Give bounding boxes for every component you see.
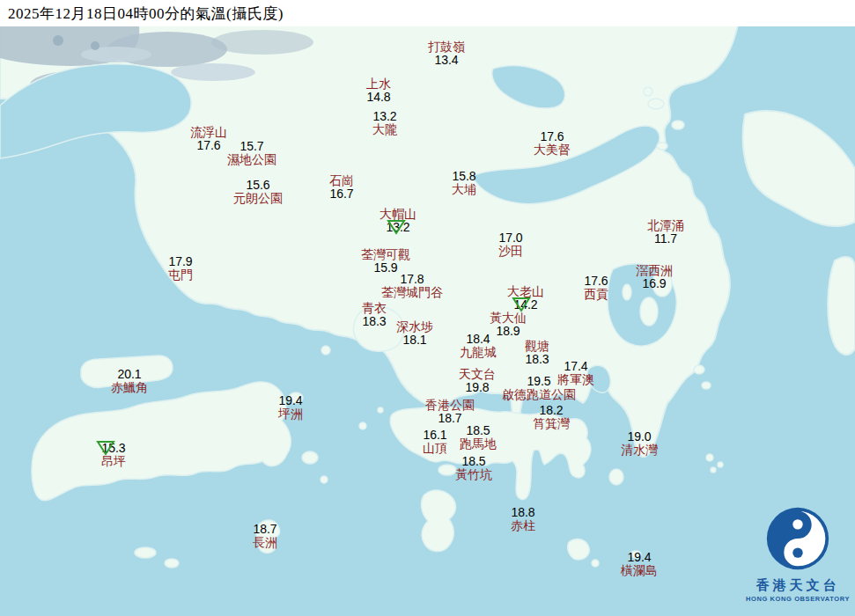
station-大美督: 17.6大美督 [534,130,571,157]
station-temp: 16.1 [423,429,447,442]
station-name: 赤柱 [511,519,535,532]
station-temp: 16.9 [636,277,673,290]
station-赤鱲角: 20.1赤鱲角 [111,368,148,394]
hko-logo-name-zh: 香港天文台 [729,577,855,594]
station-屯門: 17.9屯門 [168,255,193,282]
station-name: 清水灣 [621,444,658,457]
station-name: 濕地公園 [227,153,276,166]
hk-temperature-map-page: 2025年12月18日04時00分的氣溫(攝氏度) 打鼓嶺13.4上水14.81… [0,0,855,616]
hko-logo-name-en: HONG KONG OBSERVATORY [729,595,855,603]
station-name: 大帽山 [380,208,416,221]
station-temp: 15.8 [452,170,476,183]
station-name: 屯門 [168,268,193,282]
station-name: 青衣 [362,302,387,315]
station-name: 山頂 [423,442,447,455]
station-打鼓嶺: 打鼓嶺13.4 [428,40,465,67]
station-橫瀾島: 19.4橫瀾島 [621,551,658,577]
station-temp: 18.3 [362,315,387,328]
station-temp: 13.4 [428,54,465,67]
station-temp: 19.5 [502,375,576,388]
station-name: 黃竹坑 [455,468,492,481]
station-北潭涌: 北潭涌11.7 [647,219,684,246]
station-temp: 19.4 [278,394,303,407]
station-temp: 18.5 [460,424,497,437]
station-name: 坪洲 [278,407,303,421]
station-temp: 18.1 [396,334,433,347]
station-name: 石崗 [329,174,354,187]
station-temp: 19.4 [621,551,658,564]
station-荃灣可觀: 荃灣可觀15.9 [361,248,410,275]
station-name: 大美督 [534,143,571,157]
station-temp: 14.2 [507,298,544,312]
station-temp: 18.7 [253,523,277,536]
station-name: 西貢 [584,288,608,301]
station-temp: 17.6 [534,130,571,143]
station-temp: 17.0 [498,231,523,245]
station-temp: 15.3 [101,442,126,455]
station-濕地公園: 15.7濕地公園 [227,140,276,166]
station-name: 滘西洲 [636,264,673,277]
station-上水: 上水14.8 [366,77,391,104]
station-青衣: 青衣18.3 [362,302,387,328]
station-temp: 19.8 [459,381,496,394]
station-temp: 17.8 [381,273,443,286]
station-name: 昂坪 [101,455,126,468]
station-name: 沙田 [498,245,523,258]
station-赤柱: 18.8赤柱 [511,506,535,532]
station-九龍城: 18.4九龍城 [460,333,497,359]
station-大老山: 大老山14.2 [507,285,544,312]
station-temp: 17.6 [584,275,608,288]
station-name: 九龍城 [460,346,497,359]
station-滘西洲: 滘西洲16.9 [636,264,673,290]
station-深水埗: 深水埗18.1 [396,320,433,347]
station-name: 長洲 [253,536,277,549]
hko-logo: 香港天文台 HONG KONG OBSERVATORY [729,505,855,603]
station-name: 啟德跑道公園 [502,388,576,401]
station-啟德跑道公園: 19.5啟德跑道公園 [502,375,576,401]
station-name: 大老山 [507,285,544,298]
station-temp: 16.7 [329,187,354,201]
station-坪洲: 19.4坪洲 [278,394,303,421]
station-石崗: 石崗16.7 [329,174,354,201]
station-沙田: 17.0沙田 [498,231,523,258]
station-元朗公園: 15.6元朗公園 [233,179,283,205]
station-長洲: 18.7長洲 [253,523,277,549]
station-temp: 14.8 [366,91,391,104]
station-清水灣: 19.0清水灣 [621,430,658,457]
station-昂坪: 15.3昂坪 [101,442,126,468]
hko-logo-icon [764,505,831,572]
station-name: 深水埗 [396,320,433,334]
station-name: 荃灣可觀 [361,248,410,261]
station-西貢: 17.6西貢 [584,275,608,301]
station-temp: 17.6 [190,139,227,152]
station-筲箕灣: 18.2筲箕灣 [533,404,570,430]
station-大埔: 15.8大埔 [452,170,476,196]
station-name: 大埔 [452,183,476,196]
station-temp: 18.2 [533,404,570,417]
station-荃灣城門谷: 17.8荃灣城門谷 [381,273,443,299]
station-temp: 19.0 [621,430,658,444]
station-觀塘: 觀塘18.3 [525,340,549,366]
station-name: 跑馬地 [460,437,497,451]
station-name: 流浮山 [190,126,227,139]
station-temp: 17.9 [168,255,193,268]
station-temp: 17.4 [557,360,594,373]
stations-layer: 打鼓嶺13.4上水14.813.2大隴流浮山17.615.7濕地公園17.6大美… [0,0,855,616]
station-temp: 11.7 [647,232,684,246]
station-name: 香港公園 [425,399,475,412]
station-name: 荃灣城門谷 [381,286,443,299]
station-黃竹坑: 18.5黃竹坑 [455,455,492,481]
station-跑馬地: 18.5跑馬地 [460,424,497,451]
minimum-marker-triangle-icon [387,219,406,238]
station-大帽山: 大帽山13.2 [380,208,416,234]
station-temp: 20.1 [111,368,148,381]
station-temp: 18.8 [511,506,535,519]
station-temp: 15.7 [227,140,276,153]
page-title: 2025年12月18日04時00分的氣溫(攝氏度) [0,4,284,24]
station-temp: 13.2 [372,110,397,123]
station-name: 橫瀾島 [621,564,658,577]
station-name: 黃大仙 [490,312,527,325]
station-山頂: 16.1山頂 [423,429,447,455]
station-name: 筲箕灣 [533,417,570,430]
station-temp: 18.5 [455,455,492,468]
